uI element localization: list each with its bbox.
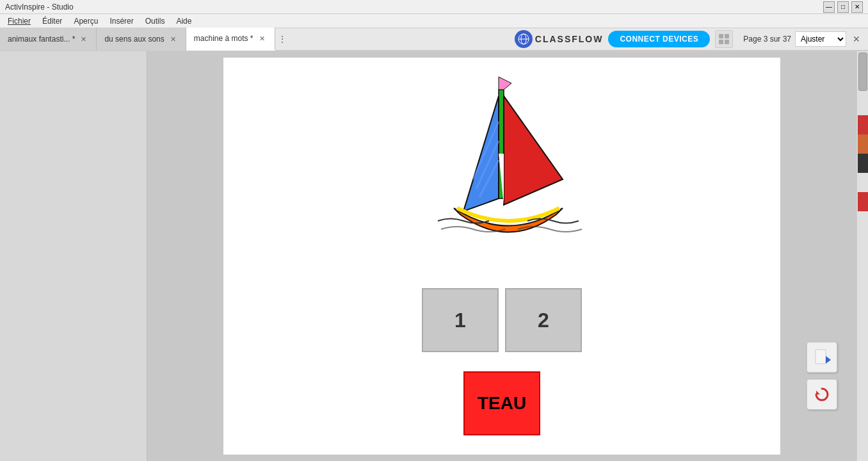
svg-rect-4 — [725, 34, 729, 38]
color-tab-red[interactable] — [858, 115, 868, 134]
tab-close-animaux[interactable]: ✕ — [79, 35, 88, 44]
classflow-logo: CLASSFLOW — [515, 30, 604, 48]
classflow-globe-icon — [518, 33, 529, 45]
svg-rect-12 — [816, 350, 826, 364]
right-scrollbar[interactable] — [856, 51, 868, 461]
page-panel-close[interactable]: ✕ — [850, 33, 863, 45]
svg-marker-14 — [816, 391, 820, 394]
main-canvas-area: 1 2 TEAU — [147, 51, 856, 461]
menu-apercu[interactable]: Aperçu — [68, 15, 103, 27]
refresh-button[interactable] — [807, 379, 837, 410]
svg-rect-6 — [725, 40, 729, 44]
next-page-button[interactable] — [807, 342, 837, 373]
classflow-bar: CLASSFLOW CONNECT DEVICES Page 3 sur 37 … — [515, 30, 868, 48]
menu-bar: Fichier Éditer Aperçu Insérer Outils Aid… — [0, 14, 868, 28]
answer-box-2[interactable]: 2 — [505, 288, 582, 352]
word-tile-teau[interactable]: TEAU — [463, 371, 540, 435]
page-controls: Page 3 sur 37 Ajuster 50% 75% 100% 150% … — [743, 31, 863, 47]
color-tab-orange[interactable] — [858, 134, 868, 154]
answer-boxes-container: 1 2 — [422, 288, 582, 352]
menu-inserer[interactable]: Insérer — [104, 15, 138, 27]
menu-fichier[interactable]: Fichier — [3, 15, 36, 27]
left-panel-thumbnails — [0, 51, 147, 461]
title-bar: ActivInspire - Studio — □ ✕ — [0, 0, 868, 14]
tab-machine-a-mots[interactable]: machine à mots * ✕ — [186, 28, 275, 51]
svg-marker-8 — [499, 77, 511, 90]
menu-aide[interactable]: Aide — [171, 15, 197, 27]
window-title: ActivInspire - Studio — [5, 3, 74, 12]
svg-rect-5 — [719, 40, 723, 44]
close-window-button[interactable]: ✕ — [851, 1, 863, 13]
answer-box-1[interactable]: 1 — [422, 288, 499, 352]
menu-outils[interactable]: Outils — [140, 15, 170, 27]
tab-close-mots[interactable]: ✕ — [257, 34, 267, 44]
sailboat-image — [399, 70, 604, 250]
maximize-button[interactable]: □ — [837, 1, 849, 13]
scrollbar-thumb[interactable] — [858, 53, 867, 91]
next-arrow-icon — [813, 348, 831, 366]
connect-devices-button[interactable]: CONNECT DEVICES — [608, 31, 710, 47]
color-tab-black[interactable] — [858, 154, 868, 173]
tab-more-button[interactable]: ⋮ — [275, 34, 289, 44]
answer-box-2-label: 2 — [538, 309, 549, 332]
window-controls: — □ ✕ — [823, 1, 863, 13]
svg-rect-3 — [719, 34, 723, 38]
page-info: Page 3 sur 37 — [743, 35, 791, 44]
tab-label: animaux fantasti... * — [8, 35, 75, 44]
tab-label: du sens aux sons — [104, 35, 164, 44]
answer-box-1-label: 1 — [454, 309, 466, 332]
word-tile-label: TEAU — [478, 393, 526, 414]
menu-editer[interactable]: Éditer — [37, 15, 67, 27]
right-color-tabs — [858, 115, 868, 211]
minimize-button[interactable]: — — [823, 1, 835, 13]
svg-marker-13 — [826, 356, 831, 364]
tab-du-sens-aux-sons[interactable]: du sens aux sons ✕ — [97, 28, 186, 51]
color-tab-red2[interactable] — [858, 192, 868, 211]
nav-icons-panel — [807, 342, 837, 410]
classflow-text: CLASSFLOW — [535, 34, 604, 44]
tab-label: machine à mots * — [194, 34, 253, 43]
canvas-page: 1 2 TEAU — [223, 58, 780, 455]
refresh-icon — [813, 385, 831, 403]
puzzle-icon[interactable] — [715, 30, 733, 48]
tab-animaux-fantastiques[interactable]: animaux fantasti... * ✕ — [0, 28, 97, 51]
zoom-select[interactable]: Ajuster 50% 75% 100% 150% — [795, 31, 846, 47]
sailboat-svg — [399, 70, 604, 250]
tab-bar: animaux fantasti... * ✕ du sens aux sons… — [0, 28, 868, 51]
classflow-icon — [515, 30, 533, 48]
tab-close-sons[interactable]: ✕ — [168, 35, 178, 44]
